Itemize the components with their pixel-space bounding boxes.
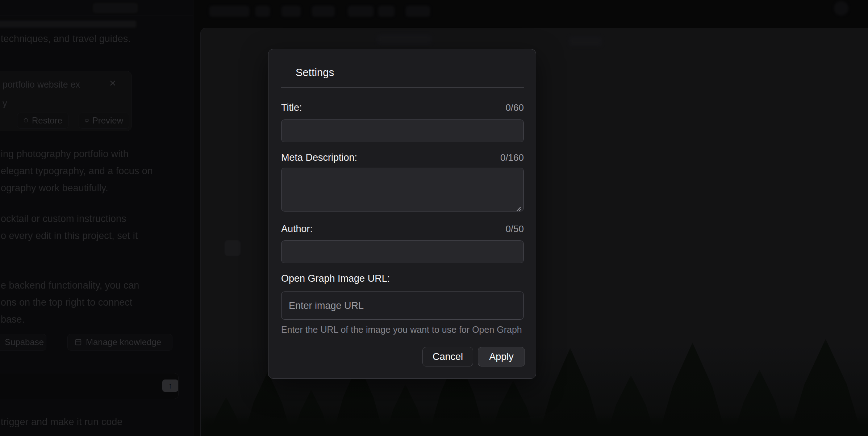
title-input[interactable] bbox=[281, 120, 524, 142]
meta-description-counter: 0/160 bbox=[500, 152, 524, 163]
meta-field-row: Meta Description: 0/160 bbox=[281, 152, 524, 163]
author-counter: 0/50 bbox=[505, 223, 524, 235]
title-label: Title: bbox=[281, 102, 302, 113]
author-input[interactable] bbox=[281, 240, 524, 263]
modal-title: Settings bbox=[296, 67, 334, 79]
title-counter: 0/60 bbox=[505, 102, 524, 113]
settings-modal: Settings Title: 0/60 Meta Description: 0… bbox=[268, 49, 536, 379]
author-field-row: Author: 0/50 bbox=[281, 223, 524, 235]
meta-description-label: Meta Description: bbox=[281, 152, 357, 163]
author-label: Author: bbox=[281, 223, 313, 235]
apply-button[interactable]: Apply bbox=[478, 347, 525, 366]
cancel-button[interactable]: Cancel bbox=[422, 347, 473, 366]
modal-divider bbox=[281, 87, 524, 88]
og-image-url-label: Open Graph Image URL: bbox=[281, 273, 390, 284]
app-stage: techniques, and travel guides. portfolio… bbox=[0, 0, 868, 436]
og-image-url-input[interactable] bbox=[281, 292, 524, 320]
title-field-row: Title: 0/60 bbox=[281, 102, 524, 113]
og-helper-text: Enter the URL of the image you want to u… bbox=[281, 324, 524, 335]
og-field-row: Open Graph Image URL: bbox=[281, 273, 524, 284]
meta-description-textarea[interactable] bbox=[281, 168, 524, 211]
